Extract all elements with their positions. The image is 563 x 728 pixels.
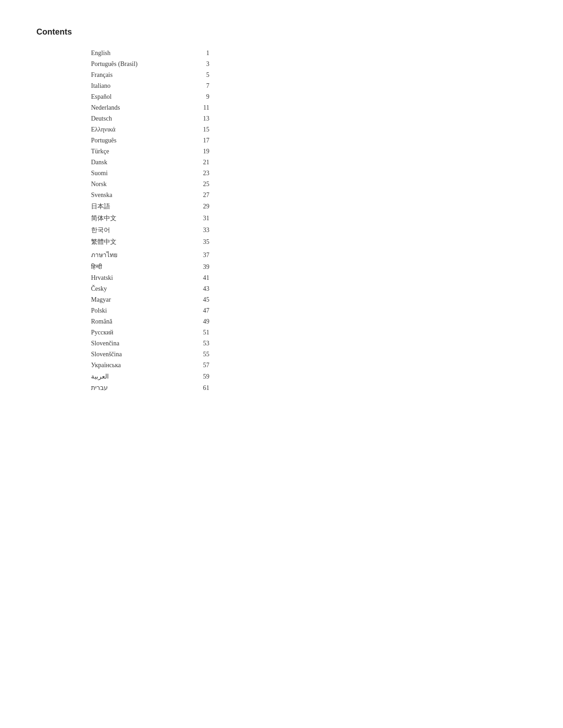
toc-page-number: 11 [196,104,209,111]
toc-page-number: 55 [196,351,209,358]
toc-row: Polski47 [91,305,209,316]
toc-language: Deutsch [91,115,196,122]
toc-language: Français [91,71,196,79]
toc-language: Українська [91,362,196,369]
toc-language: 简体中文 [91,214,196,222]
toc-row: עברית61 [91,382,209,394]
toc-row: Español9 [91,91,209,102]
toc-page-number: 59 [196,373,209,380]
toc-language: Türkçe [91,148,196,155]
toc-language: Svenska [91,192,196,199]
toc-row: Suomi23 [91,168,209,179]
toc-language: हिन्दी [91,263,196,271]
toc-language: Hrvatski [91,274,196,282]
toc-row: Türkçe19 [91,146,209,157]
toc-page-number: 47 [196,307,209,314]
toc-row: Português (Brasil)3 [91,59,209,70]
toc-page-number: 9 [196,93,209,101]
toc-page-number: 51 [196,329,209,336]
toc-page-number: 33 [196,227,209,234]
toc-language: 繁體中文 [91,238,196,246]
toc-page-number: 43 [196,285,209,293]
toc-language: Slovenčina [91,340,196,347]
toc-row: Română49 [91,316,209,327]
toc-language: 한국어 [91,226,196,234]
toc-page-number: 17 [196,137,209,144]
toc-page-number: 21 [196,159,209,166]
toc-language: العربية [91,373,196,380]
toc-row: 简体中文31 [91,212,209,224]
toc-language: Dansk [91,159,196,166]
toc-page-number: 25 [196,181,209,188]
toc-page-number: 1 [196,50,209,57]
toc-row: Italiano7 [91,81,209,91]
toc-row: 繁體中文35 [91,236,209,248]
toc-row: हिन्दी39 [91,262,209,273]
toc-row: Česky43 [91,283,209,294]
toc-language: Ελληνικά [91,126,196,133]
toc-language: Português [91,137,196,144]
toc-row: Nederlands11 [91,102,209,113]
toc-page-number: 7 [196,82,209,90]
toc-page-number: 57 [196,362,209,369]
toc-page-number: 13 [196,115,209,122]
toc-row: Slovenščina55 [91,349,209,360]
toc-page-number: 15 [196,126,209,133]
toc-language: Polski [91,307,196,314]
toc-page-number: 45 [196,296,209,303]
toc-page-number: 19 [196,148,209,155]
toc-row: Português17 [91,135,209,146]
toc-language: 日本語 [91,202,196,211]
page-title: Contents [36,27,527,37]
toc-row: Slovenčina53 [91,338,209,349]
toc-row: Magyar45 [91,294,209,305]
toc-row: English1 [91,48,209,59]
toc-language: Slovenščina [91,351,196,358]
toc-language: ภาษาไทย [91,250,196,260]
toc-page-number: 23 [196,170,209,177]
toc-language: Русский [91,329,196,336]
toc-row: 한국어33 [91,224,209,236]
toc-language: Česky [91,285,196,293]
toc-page-number: 61 [196,384,209,392]
toc-language: Italiano [91,82,196,90]
toc-row: Ελληνικά15 [91,124,209,135]
toc-row: Deutsch13 [91,113,209,124]
toc-page-number: 27 [196,192,209,199]
toc-page-number: 53 [196,340,209,347]
toc-language: Norsk [91,181,196,188]
toc-row: Norsk25 [91,179,209,190]
toc-row: Français5 [91,70,209,81]
toc-page-number: 31 [196,215,209,222]
toc-row: ภาษาไทย37 [91,248,209,262]
toc-language: Español [91,93,196,101]
toc-row: Hrvatski41 [91,273,209,283]
toc-row: Українська57 [91,360,209,371]
toc-page-number: 41 [196,274,209,282]
toc-row: 日本語29 [91,201,209,212]
toc-row: Русский51 [91,327,209,338]
toc-row: العربية59 [91,371,209,382]
toc-language: Nederlands [91,104,196,111]
toc-row: Svenska27 [91,190,209,201]
toc-page-number: 39 [196,263,209,271]
toc-page-number: 35 [196,238,209,246]
toc-language: עברית [91,384,196,392]
toc-table: English1Português (Brasil)3Français5Ital… [91,48,209,394]
toc-language: Suomi [91,170,196,177]
toc-language: Português (Brasil) [91,61,196,68]
toc-page-number: 29 [196,203,209,210]
toc-page-number: 3 [196,61,209,68]
toc-row: Dansk21 [91,157,209,168]
toc-language: Română [91,318,196,325]
toc-language: Magyar [91,296,196,303]
toc-page-number: 49 [196,318,209,325]
toc-page-number: 5 [196,71,209,79]
toc-language: English [91,50,196,57]
toc-page-number: 37 [196,252,209,259]
